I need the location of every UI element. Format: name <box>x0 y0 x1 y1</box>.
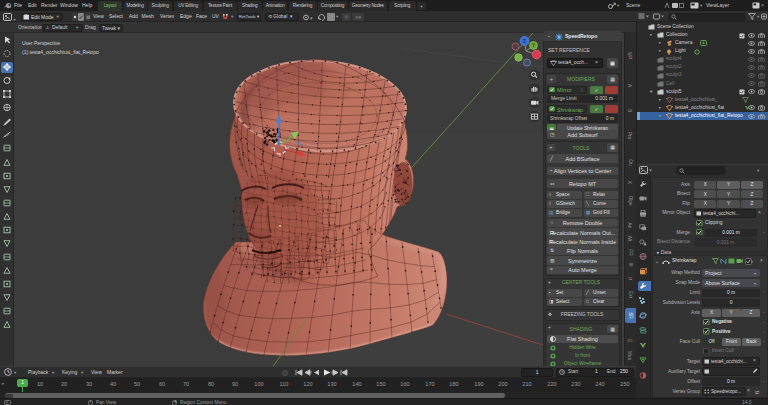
svg-text:140: 140 <box>352 381 361 387</box>
svg-text:150: 150 <box>376 381 385 387</box>
svg-text:40: 40 <box>110 381 116 387</box>
svg-text:240: 240 <box>595 381 604 387</box>
svg-text:220: 220 <box>547 381 556 387</box>
svg-text:120: 120 <box>303 381 312 387</box>
svg-text:70: 70 <box>183 381 189 387</box>
svg-text:10: 10 <box>37 381 43 387</box>
svg-text:200: 200 <box>498 381 507 387</box>
svg-text:230: 230 <box>571 381 580 387</box>
svg-text:100: 100 <box>254 381 263 387</box>
svg-text:30: 30 <box>86 381 92 387</box>
svg-text:160: 160 <box>400 381 409 387</box>
svg-text:180: 180 <box>449 381 458 387</box>
svg-text:Z: Z <box>523 39 526 44</box>
svg-text:20: 20 <box>61 381 67 387</box>
svg-text:F: F <box>6 401 8 405</box>
svg-text:250: 250 <box>620 381 629 387</box>
svg-text:190: 190 <box>474 381 483 387</box>
svg-text:110: 110 <box>280 381 289 387</box>
svg-text:90: 90 <box>232 381 238 387</box>
svg-text:Y: Y <box>532 43 535 48</box>
svg-text:80: 80 <box>208 381 214 387</box>
svg-text:60: 60 <box>159 381 165 387</box>
svg-text:50: 50 <box>134 381 140 387</box>
svg-text:130: 130 <box>327 381 336 387</box>
svg-text:170: 170 <box>425 381 434 387</box>
svg-text:210: 210 <box>522 381 531 387</box>
svg-text:▾: ▾ <box>752 259 753 264</box>
svg-text:▾: ▾ <box>310 14 313 20</box>
